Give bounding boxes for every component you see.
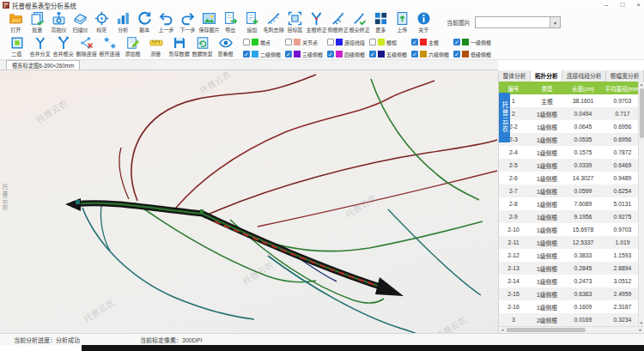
table-row[interactable]: 2-10 1级侧根 15.6978 0.9703 bbox=[499, 223, 644, 236]
table-row[interactable]: 1 主根 38.1601 0.9703 bbox=[499, 94, 644, 107]
checkbox[interactable] bbox=[285, 39, 292, 45]
checkbox[interactable]: ✓ bbox=[243, 51, 250, 57]
table-row[interactable]: 2-16 1级侧根 0.1609 2.3187 bbox=[499, 300, 644, 313]
maximize-button[interactable]: □ bbox=[620, 0, 624, 10]
table-row[interactable]: 2-8 1级侧根 7.6089 5.0131 bbox=[499, 197, 644, 210]
checkbox[interactable] bbox=[369, 39, 376, 45]
toolbar-button[interactable]: 目标区 bbox=[284, 11, 306, 33]
cell-len: 0.2845 bbox=[566, 265, 600, 271]
analysis-tab[interactable]: 根幅宽分析 bbox=[606, 70, 644, 82]
file-tab[interactable]: 根系标定图6-390×260mm bbox=[6, 60, 80, 70]
toolbar-button[interactable]: 毛刺去除 bbox=[263, 11, 284, 33]
toolbar-button[interactable]: 数据恢复 bbox=[191, 34, 214, 59]
layer-toggle[interactable]: ✓ 主根 bbox=[411, 39, 453, 46]
layer-toggle[interactable]: ✓ 三级侧根 bbox=[285, 51, 327, 58]
layer-toggle[interactable]: 关节点 bbox=[285, 39, 327, 46]
table-row[interactable]: 2 1级侧根 0.0494 0.717 bbox=[499, 107, 644, 120]
layer-toggle[interactable]: 连接线段 bbox=[327, 39, 369, 46]
toolbar-button[interactable]: 上传 bbox=[392, 11, 413, 33]
layer-label: 二级侧根 bbox=[260, 51, 281, 58]
layer-toggle[interactable]: ✓ 一级侧根 bbox=[453, 39, 495, 46]
merge-fork-icon bbox=[33, 36, 47, 50]
analysis-tab[interactable]: 连接线段分析 bbox=[562, 70, 606, 82]
checkbox[interactable]: ✓ bbox=[411, 51, 418, 57]
root-canvas[interactable]: 托普云农 托普云农 托普云农 托普云农 托普云农 托普云农 托普云农 bbox=[0, 70, 498, 333]
cell-type: 1级侧根 bbox=[528, 136, 566, 144]
toolbar-button[interactable]: 删除连接 bbox=[75, 34, 98, 59]
layer-toggle[interactable]: ✓ 二级侧根 bbox=[243, 51, 285, 58]
cell-len: 0.2473 bbox=[566, 278, 600, 284]
layer-visibility-group: 端点 关节点 连接线段 根幅 ✓ 主根 ✓ 一级侧根 ✓ 二级侧根 ✓ bbox=[243, 36, 495, 60]
table-row[interactable]: 2-5 1级侧根 0.0339 0.6469 bbox=[499, 159, 644, 172]
minimize-button[interactable]: – bbox=[605, 0, 608, 10]
toolbar-button[interactable]: 侧根修正 bbox=[327, 11, 349, 33]
toolbar-button[interactable]: 上一步 bbox=[155, 11, 177, 33]
checkbox[interactable]: ✓ bbox=[285, 51, 292, 57]
toolbar-button[interactable]: 合并根尖 bbox=[52, 34, 75, 59]
toolbar-button[interactable]: 下一步 bbox=[177, 11, 198, 33]
toolbar-button[interactable]: 关于 bbox=[413, 11, 434, 33]
toolbar-button[interactable]: 暂存数据 bbox=[167, 34, 191, 59]
toolbar-button[interactable]: 批量 bbox=[27, 11, 48, 33]
vscroll-thumb[interactable] bbox=[640, 88, 644, 138]
toolbar-button[interactable]: 二值 bbox=[5, 34, 28, 59]
toolbar-button[interactable]: 分析 bbox=[112, 11, 134, 33]
layer-toggle[interactable]: ✓ 六级侧根 bbox=[411, 51, 453, 58]
hscroll-thumb[interactable] bbox=[507, 328, 586, 332]
layer-toggle[interactable]: ✓ 五级侧根 bbox=[369, 51, 411, 58]
main-toolbar: 打开 批量 高拍仪 扫描仪 标定 分析 副本 上一步 bbox=[0, 10, 644, 34]
toolbar-button[interactable]: 扫描仪 bbox=[70, 11, 91, 33]
toolbar-button[interactable]: 导出 bbox=[220, 11, 241, 33]
scroll-down-icon[interactable]: ▼ bbox=[639, 320, 644, 326]
checkbox[interactable] bbox=[243, 39, 250, 45]
checkbox[interactable]: ✓ bbox=[453, 51, 460, 57]
table-row[interactable]: 2-4 1级侧根 0.1575 0.7872 bbox=[499, 146, 644, 159]
scroll-up-icon[interactable]: ▲ bbox=[639, 82, 644, 88]
toolbar-button[interactable]: 标定 bbox=[91, 11, 112, 33]
current-image-select[interactable]: ▾ bbox=[475, 16, 561, 28]
layer-toggle[interactable]: ✓ 四级侧根 bbox=[327, 51, 369, 58]
layer-toggle[interactable]: 端点 bbox=[243, 39, 285, 46]
table-row[interactable]: 2-2 1级侧根 0.0645 0.6956 bbox=[499, 120, 644, 133]
table-row[interactable]: 2-3 1级侧根 0.0535 0.6956 bbox=[499, 133, 644, 146]
toolbar-button[interactable]: 保存图片 bbox=[198, 11, 220, 33]
toolbar-button[interactable]: 主根修正 bbox=[306, 11, 327, 33]
table-row[interactable]: 2-12 1级侧根 0.3833 1.1593 bbox=[499, 249, 644, 262]
checkbox[interactable]: ✓ bbox=[453, 39, 460, 45]
table-hscrollbar[interactable]: ◄ ► bbox=[499, 326, 644, 333]
table-row[interactable]: 2-11 1级侧根 12.5337 1.019 bbox=[499, 236, 644, 249]
toolbar-button[interactable]: 副本 bbox=[134, 11, 155, 33]
toolbar-button[interactable]: 合并分叉 bbox=[28, 34, 52, 59]
toolbar-button[interactable]: 更多 bbox=[370, 11, 392, 33]
toolbar-button[interactable]: 添加根 bbox=[121, 34, 144, 59]
toolbar-button-label: 二值 bbox=[11, 50, 21, 57]
checkbox[interactable]: ✓ bbox=[327, 51, 334, 57]
table-row[interactable]: 2-7 1级侧根 0.0599 0.6254 bbox=[499, 185, 644, 197]
cell-len: 7.6089 bbox=[566, 201, 600, 207]
table-row[interactable]: 2-13 1级侧根 0.2845 2.8894 bbox=[499, 262, 644, 275]
toolbar-button[interactable]: 根尖修正 bbox=[349, 11, 370, 33]
toolbar-button[interactable]: 高拍仪 bbox=[48, 11, 70, 33]
table-row[interactable]: 2-14 1级侧根 0.2473 3.0512 bbox=[499, 275, 644, 287]
toolbar-button[interactable]: 测量 bbox=[144, 34, 167, 59]
toolbar-button-label: 上一步 bbox=[158, 26, 173, 33]
layer-toggle[interactable]: ✓ 低级侧根 bbox=[453, 51, 495, 58]
checkbox[interactable]: ✓ bbox=[411, 39, 418, 45]
checkbox[interactable]: ✓ bbox=[369, 51, 376, 57]
table-row[interactable]: 2-6 1级侧根 14.3027 0.9489 bbox=[499, 172, 644, 185]
analysis-tab[interactable]: 整体分析 bbox=[499, 70, 531, 82]
checkbox[interactable] bbox=[327, 39, 334, 45]
table-row[interactable]: 2-9 1级侧根 9.1956 0.9275 bbox=[499, 210, 644, 223]
table-row[interactable]: 3 2级侧根 0.0169 0.3234 bbox=[499, 313, 644, 326]
toolbar-button-label: 打开 bbox=[10, 26, 21, 33]
toolbar-button[interactable]: 查看根 bbox=[214, 34, 237, 59]
table-row[interactable]: 2-15 1级侧根 0.6363 2.4959 bbox=[499, 287, 644, 300]
close-button[interactable]: × bbox=[636, 0, 641, 10]
toolbar-button[interactable]: 打开 bbox=[5, 11, 27, 33]
layer-toggle[interactable]: 根幅 bbox=[369, 39, 411, 46]
analysis-tab[interactable]: 拓扑分析 bbox=[531, 70, 562, 82]
toolbar-button[interactable]: 追加 bbox=[241, 11, 263, 33]
table-vscrollbar[interactable]: ▲ ▼ bbox=[638, 82, 644, 326]
toolbar-button[interactable]: 断开连接 bbox=[98, 34, 121, 59]
chevron-down-icon[interactable]: ▾ bbox=[550, 17, 560, 27]
